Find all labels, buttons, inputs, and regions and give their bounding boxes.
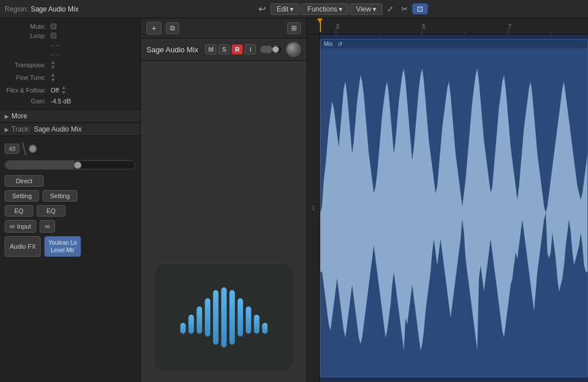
flex-follow-stepper[interactable]: ▲▼ — [61, 85, 66, 95]
loop-checkbox[interactable] — [51, 33, 56, 38]
waveform-logo-box — [155, 264, 293, 371]
region-title: Mix ↺ — [320, 40, 587, 48]
transpose-stepper[interactable]: ▲▼ — [51, 60, 56, 70]
svg-rect-0 — [180, 323, 186, 334]
track-controls-bar: + ⧉ ⊞ — [141, 18, 307, 38]
volume-slider[interactable] — [260, 45, 283, 53]
loop-row: Loop: — [5, 31, 136, 40]
mute-button[interactable]: M — [205, 44, 216, 55]
volume-fader[interactable] — [5, 160, 136, 169]
edit-chevron-icon: ▾ — [290, 5, 293, 13]
loop-region-button[interactable]: ⧉ — [166, 22, 179, 34]
plugin-button[interactable]: Youlean Lo Level Mtr — [44, 236, 81, 257]
plugin-line2: Level Mtr — [51, 247, 75, 253]
functions-chevron-icon: ▾ — [339, 5, 342, 13]
mixer-area: 48 Direct Setting Setting EQ EQ — [0, 136, 140, 382]
ruler-ticks — [307, 30, 588, 34]
gain-row: Gain: -4.5 dB — [5, 97, 136, 106]
record-button[interactable]: R — [231, 44, 243, 55]
timeline-area: 3 5 7 9 1 — [307, 18, 588, 382]
playhead-triangle — [317, 18, 323, 23]
loop-icon: ↺ — [338, 41, 342, 47]
flex-icon[interactable]: ⤢ — [384, 3, 397, 14]
track-name: Sage Audio Mix — [34, 125, 82, 133]
mute-row: Mute: — [5, 22, 136, 31]
fine-tune-stepper[interactable]: ▲▼ — [51, 72, 56, 83]
audio-region[interactable]: Mix ↺ — [320, 39, 588, 377]
channel-name: Sage Audio Mix — [146, 45, 198, 54]
add-track-button[interactable]: + — [146, 22, 161, 34]
pan-knob-channel[interactable] — [286, 42, 301, 57]
svg-rect-6 — [229, 290, 235, 345]
fader-icon — [22, 142, 26, 156]
audio-fx-button[interactable]: Audio FX — [5, 236, 41, 257]
input-label: Input — [17, 223, 31, 230]
pan-knob[interactable] — [29, 145, 37, 153]
direct-button[interactable]: Direct — [5, 175, 44, 187]
view-menu-button[interactable]: View ▾ — [350, 3, 382, 15]
track-label: Track: — [11, 125, 30, 133]
svg-rect-4 — [213, 290, 219, 345]
channel-buttons: M S R I — [205, 44, 256, 55]
region-name: Sage Audio Mix — [30, 5, 78, 13]
input-monitor-button[interactable]: I — [245, 44, 256, 55]
svg-rect-9 — [254, 315, 260, 334]
input-row: ∞ Input ∞ — [5, 220, 136, 233]
fine-tune-row: Fine Tune: ▲▼ — [5, 71, 136, 84]
svg-rect-2 — [196, 307, 202, 334]
eq-button-1[interactable]: EQ — [5, 205, 33, 217]
fine-tune-label: Fine Tune: — [5, 74, 51, 81]
empty-row-2: – – — [5, 49, 136, 59]
link-icon-2: ∞ — [45, 222, 50, 230]
eq-button-2[interactable]: EQ — [37, 205, 65, 217]
link-button-2[interactable]: ∞ — [40, 220, 55, 233]
track-section[interactable]: ▶ Track: Sage Audio Mix — [0, 123, 140, 136]
region-label: Region: — [5, 5, 28, 13]
functions-menu-button[interactable]: Functions ▾ — [301, 3, 349, 15]
svg-rect-1 — [188, 315, 194, 334]
track-editor: + ⧉ ⊞ Sage Audio Mix M S R I — [141, 18, 307, 382]
eq-row: EQ EQ — [5, 205, 136, 217]
vol-pan-row: 48 — [5, 141, 136, 157]
track-number: 1 — [307, 34, 320, 382]
more-section[interactable]: ▶ More — [0, 110, 140, 123]
input-button[interactable]: ∞ Input — [5, 220, 36, 233]
view-chevron-icon: ▾ — [373, 5, 376, 13]
setting-button-2[interactable]: Setting — [42, 190, 77, 202]
solo-button[interactable]: S — [218, 44, 230, 55]
svg-rect-8 — [246, 307, 252, 334]
gain-value: -4.5 dB — [51, 98, 71, 105]
toolbar: Region: Sage Audio Mix ↩ Edit ▾ Function… — [0, 0, 588, 18]
level-display: 48 — [5, 144, 20, 154]
region-properties: Mute: Loop: – – – – Transpose: ▲▼ Fine T… — [0, 18, 140, 110]
scissors-icon[interactable]: ✂ — [398, 3, 411, 14]
waveform-svg — [320, 49, 587, 377]
ruler-mark-3: 3 — [336, 24, 339, 30]
setting-row: Setting Setting — [5, 190, 136, 202]
svg-rect-5 — [221, 287, 227, 348]
channel-strip-header: Sage Audio Mix M S R I — [141, 38, 307, 61]
marquee-icon[interactable]: ⊡ — [412, 3, 428, 14]
more-label: More — [11, 112, 27, 120]
link-icon: ∞ — [10, 222, 15, 230]
waveform-logo-svg — [169, 284, 278, 350]
loop-label: Loop: — [5, 32, 51, 39]
grid-button[interactable]: ⊞ — [287, 22, 301, 34]
transpose-label: Transpose: — [5, 61, 51, 68]
ruler-mark-7: 7 — [508, 24, 512, 30]
svg-rect-3 — [204, 298, 210, 337]
setting-button-1[interactable]: Setting — [5, 190, 39, 202]
plugin-line1: Youlean Lo — [48, 240, 77, 246]
track-lane: 1 Mix ↺ — [307, 34, 588, 382]
inspector-panel: Mute: Loop: – – – – Transpose: ▲▼ Fine T… — [0, 18, 141, 382]
edit-menu-button[interactable]: Edit ▾ — [270, 3, 300, 15]
back-button[interactable]: ↩ — [255, 2, 269, 16]
empty-row-1: – – — [5, 40, 136, 49]
main-content: Mute: Loop: – – – – Transpose: ▲▼ Fine T… — [0, 18, 588, 382]
waveform-display — [320, 49, 587, 377]
more-arrow-icon: ▶ — [5, 113, 9, 119]
gain-label: Gain: — [5, 98, 51, 105]
mute-checkbox[interactable] — [51, 24, 56, 29]
mute-label: Mute: — [5, 23, 51, 30]
direct-row: Direct — [5, 175, 136, 187]
